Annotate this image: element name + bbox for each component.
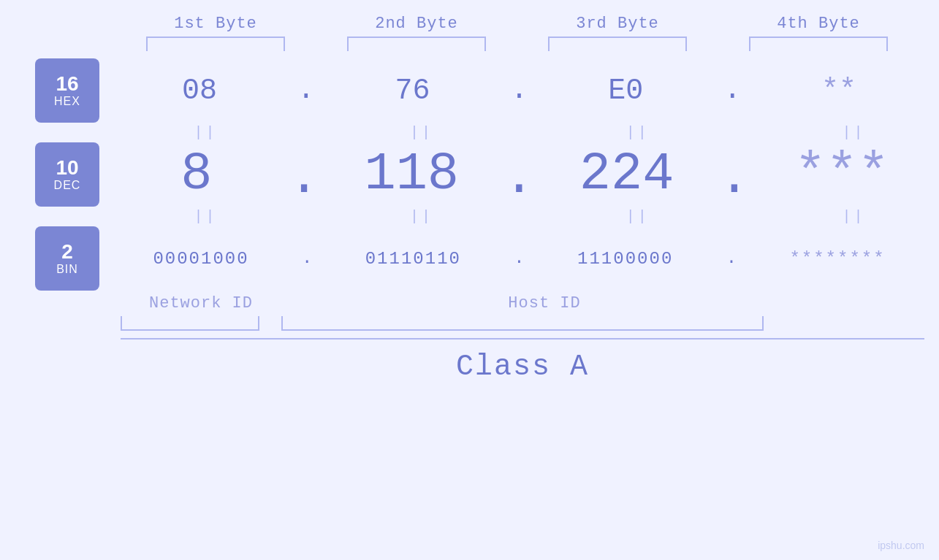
- byte-headers: 1st Byte 2nd Byte 3rd Byte 4th Byte: [115, 15, 919, 33]
- bin-dot3: .: [726, 250, 737, 267]
- hex-values: 08 . 76 . E0 . **: [99, 74, 939, 107]
- class-label: Class A: [456, 350, 589, 383]
- hex-dot1: .: [297, 76, 315, 105]
- dec-byte4: ***: [769, 145, 915, 204]
- hex-badge: 16 HEX: [35, 58, 99, 123]
- eq1-b3: ||: [565, 124, 711, 141]
- dec-badge-label: DEC: [54, 179, 81, 192]
- eq2-b4: ||: [780, 208, 927, 225]
- dec-dot3: .: [718, 152, 750, 204]
- bracket-top-3: [548, 37, 687, 51]
- equals-row-1: || || || ||: [0, 124, 939, 141]
- watermark: ipshu.com: [878, 540, 924, 551]
- dec-badge-number: 10: [56, 157, 78, 180]
- hex-badge-number: 16: [56, 73, 78, 96]
- eq1-b4: ||: [780, 124, 927, 141]
- host-id-label: Host ID: [303, 294, 786, 312]
- eq2-b2: ||: [349, 208, 495, 225]
- bin-badge-label: BIN: [56, 263, 78, 276]
- bin-dot1: .: [302, 250, 312, 267]
- dec-byte3: 224: [554, 145, 700, 204]
- bin-badge-number: 2: [61, 241, 73, 264]
- bottom-brackets: [121, 316, 924, 331]
- bin-dot2: .: [514, 250, 524, 267]
- class-section: Class A: [121, 338, 924, 383]
- hex-byte3: E0: [552, 74, 699, 107]
- dec-byte2: 118: [338, 145, 484, 204]
- hex-byte4: **: [766, 74, 912, 107]
- hex-badge-label: HEX: [54, 95, 80, 108]
- bin-byte1: 00001000: [128, 249, 274, 269]
- byte1-header: 1st Byte: [135, 15, 296, 33]
- hex-byte1: 08: [126, 74, 273, 107]
- bracket-top-2: [347, 37, 486, 51]
- byte3-header: 3rd Byte: [537, 15, 698, 33]
- byte4-header: 4th Byte: [738, 15, 899, 33]
- id-labels: Network ID Host ID: [121, 294, 924, 312]
- dec-values: 8 . 118 . 224 . ***: [99, 145, 939, 204]
- bin-row: 2 BIN 00001000 . 01110110 . 11100000 . *…: [0, 226, 939, 291]
- bin-badge: 2 BIN: [35, 226, 99, 291]
- network-bracket: [121, 316, 259, 331]
- dec-byte1: 8: [123, 145, 270, 204]
- hex-row: 16 HEX 08 . 76 . E0 . **: [0, 58, 939, 123]
- host-bracket: [281, 316, 764, 331]
- network-id-label: Network ID: [121, 294, 281, 312]
- dec-row: 10 DEC 8 . 118 . 224 . ***: [0, 142, 939, 207]
- dec-badge: 10 DEC: [35, 142, 99, 207]
- bin-values: 00001000 . 01110110 . 11100000 . *******…: [99, 249, 939, 269]
- eq2-b3: ||: [565, 208, 711, 225]
- bracket-top-1: [146, 37, 285, 51]
- dec-dot1: .: [288, 152, 319, 204]
- eq1-b2: ||: [349, 124, 495, 141]
- bin-byte4: ********: [764, 249, 911, 269]
- hex-dot3: .: [723, 76, 741, 105]
- byte2-header: 2nd Byte: [336, 15, 497, 33]
- bin-byte3: 11100000: [552, 249, 699, 269]
- dec-dot2: .: [503, 152, 535, 204]
- hex-byte2: 76: [340, 74, 486, 107]
- equals-row-2: || || || ||: [0, 208, 939, 225]
- hex-dot2: .: [510, 76, 528, 105]
- main-container: 1st Byte 2nd Byte 3rd Byte 4th Byte 16 H…: [0, 0, 939, 560]
- eq2-b1: ||: [132, 208, 278, 225]
- bracket-top-4: [749, 37, 888, 51]
- bin-byte2: 01110110: [340, 249, 486, 269]
- top-brackets: [115, 37, 919, 51]
- eq1-b1: ||: [132, 124, 278, 141]
- bottom-section: Network ID Host ID Class A: [0, 294, 939, 383]
